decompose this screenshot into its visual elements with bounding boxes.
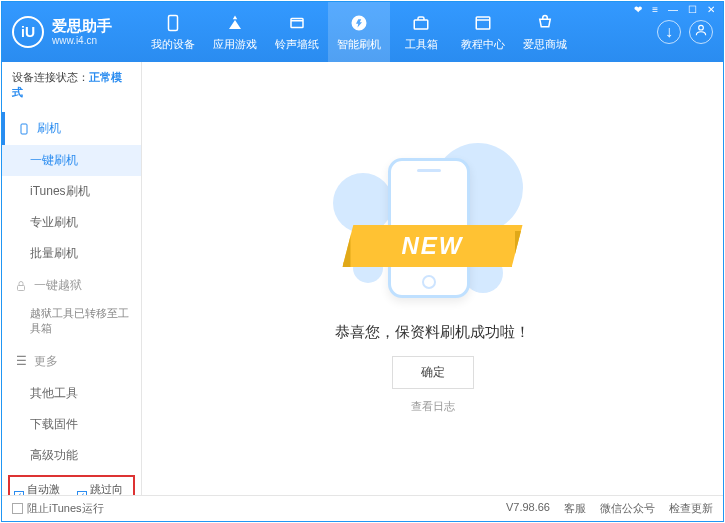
user-button[interactable] bbox=[689, 20, 713, 44]
sidebar-item-2[interactable]: 专业刷机 bbox=[2, 207, 141, 238]
nav-item-2[interactable]: 铃声墙纸 bbox=[266, 2, 328, 62]
checkbox-block-itunes[interactable] bbox=[12, 503, 23, 514]
status-label: 设备连接状态： bbox=[12, 71, 89, 83]
nav-item-1[interactable]: 应用游戏 bbox=[204, 2, 266, 62]
app-window: iU 爱思助手 www.i4.cn 我的设备应用游戏铃声墙纸智能刷机工具箱教程中… bbox=[1, 1, 724, 522]
nav-item-5[interactable]: 教程中心 bbox=[452, 2, 514, 62]
version-label: V7.98.66 bbox=[506, 501, 550, 516]
jailbreak-note: 越狱工具已转移至工具箱 bbox=[2, 302, 141, 345]
new-ribbon: NEW bbox=[343, 225, 523, 267]
checkbox-auto-activate[interactable]: ✓ 自动激活 bbox=[14, 482, 67, 495]
sidebar-group-jailbreak: 一键越狱 bbox=[2, 269, 141, 302]
music-icon bbox=[287, 13, 307, 33]
view-log-link[interactable]: 查看日志 bbox=[411, 399, 455, 414]
connection-status: 设备连接状态：正常模式 bbox=[2, 62, 141, 108]
sidebar-more-item-0[interactable]: 其他工具 bbox=[2, 378, 141, 409]
svg-rect-0 bbox=[169, 15, 178, 30]
body: 设备连接状态：正常模式 刷机 一键刷机iTunes刷机专业刷机批量刷机 一键越狱… bbox=[2, 62, 723, 495]
phone-icon bbox=[163, 13, 183, 33]
success-illustration: NEW bbox=[333, 143, 533, 303]
minimize-icon[interactable]: — bbox=[668, 4, 678, 15]
sidebar-group-more[interactable]: ☰ 更多 bbox=[2, 345, 141, 378]
close-icon[interactable]: ✕ bbox=[707, 4, 715, 15]
nav-label: 教程中心 bbox=[461, 37, 505, 52]
svg-rect-6 bbox=[18, 285, 25, 290]
sidebar-item-0[interactable]: 一键刷机 bbox=[2, 145, 141, 176]
options-highlighted: ✓ 自动激活 ✓ 跳过向导 bbox=[8, 475, 135, 495]
sidebar-tab-flash[interactable]: 刷机 bbox=[2, 112, 141, 145]
maximize-icon[interactable]: ☐ bbox=[688, 4, 697, 15]
apps-icon bbox=[225, 13, 245, 33]
nav-item-0[interactable]: 我的设备 bbox=[142, 2, 204, 62]
download-button[interactable]: ↓ bbox=[657, 20, 681, 44]
block-itunes-label: 阻止iTunes运行 bbox=[27, 501, 104, 516]
jailbreak-label: 一键越狱 bbox=[34, 277, 82, 294]
toolbox-icon bbox=[411, 13, 431, 33]
nav-label: 爱思商城 bbox=[523, 37, 567, 52]
more-icon: ☰ bbox=[14, 354, 28, 368]
top-nav: 我的设备应用游戏铃声墙纸智能刷机工具箱教程中心爱思商城 bbox=[142, 2, 657, 62]
svg-rect-3 bbox=[476, 17, 490, 29]
nav-label: 工具箱 bbox=[405, 37, 438, 52]
app-url: www.i4.cn bbox=[52, 35, 112, 46]
menu-icon[interactable]: ≡ bbox=[652, 4, 658, 15]
main-content: NEW 恭喜您，保资料刷机成功啦！ 确定 查看日志 bbox=[142, 62, 723, 495]
phone-icon bbox=[17, 122, 31, 136]
success-message: 恭喜您，保资料刷机成功啦！ bbox=[335, 323, 530, 342]
sidebar-tab-label: 刷机 bbox=[37, 120, 61, 137]
cart-icon bbox=[535, 13, 555, 33]
svg-rect-1 bbox=[291, 18, 303, 27]
fav-icon[interactable]: ❤ bbox=[634, 4, 642, 15]
nav-label: 应用游戏 bbox=[213, 37, 257, 52]
sidebar-item-1[interactable]: iTunes刷机 bbox=[2, 176, 141, 207]
svg-point-4 bbox=[699, 25, 704, 30]
user-icon bbox=[694, 23, 708, 41]
ok-button[interactable]: 确定 bbox=[392, 356, 474, 389]
sidebar-item-3[interactable]: 批量刷机 bbox=[2, 238, 141, 269]
checkbox-skip-wizard[interactable]: ✓ 跳过向导 bbox=[77, 482, 130, 495]
footer: 阻止iTunes运行 V7.98.66 客服 微信公众号 检查更新 bbox=[2, 495, 723, 521]
nav-label: 铃声墙纸 bbox=[275, 37, 319, 52]
more-label: 更多 bbox=[34, 353, 58, 370]
app-title: 爱思助手 bbox=[52, 18, 112, 35]
svg-rect-5 bbox=[21, 124, 27, 134]
checkbox-label: 自动激活 bbox=[27, 482, 66, 495]
logo-icon: iU bbox=[12, 16, 44, 48]
customer-service-link[interactable]: 客服 bbox=[564, 501, 586, 516]
flash-icon bbox=[349, 13, 369, 33]
nav-item-6[interactable]: 爱思商城 bbox=[514, 2, 576, 62]
nav-item-3[interactable]: 智能刷机 bbox=[328, 2, 390, 62]
check-update-link[interactable]: 检查更新 bbox=[669, 501, 713, 516]
lock-icon bbox=[14, 279, 28, 293]
sidebar-more-item-2[interactable]: 高级功能 bbox=[2, 440, 141, 471]
logo: iU 爱思助手 www.i4.cn bbox=[12, 16, 142, 48]
sidebar-more-item-1[interactable]: 下载固件 bbox=[2, 409, 141, 440]
header: iU 爱思助手 www.i4.cn 我的设备应用游戏铃声墙纸智能刷机工具箱教程中… bbox=[2, 2, 723, 62]
sidebar: 设备连接状态：正常模式 刷机 一键刷机iTunes刷机专业刷机批量刷机 一键越狱… bbox=[2, 62, 142, 495]
window-controls: ❤ ≡ — ☐ ✕ bbox=[634, 4, 715, 15]
nav-label: 我的设备 bbox=[151, 37, 195, 52]
wechat-link[interactable]: 微信公众号 bbox=[600, 501, 655, 516]
nav-item-4[interactable]: 工具箱 bbox=[390, 2, 452, 62]
book-icon bbox=[473, 13, 493, 33]
download-icon: ↓ bbox=[665, 23, 673, 41]
nav-label: 智能刷机 bbox=[337, 37, 381, 52]
checkbox-label: 跳过向导 bbox=[90, 482, 129, 495]
header-right: ↓ bbox=[657, 20, 713, 44]
svg-rect-2 bbox=[414, 20, 428, 29]
